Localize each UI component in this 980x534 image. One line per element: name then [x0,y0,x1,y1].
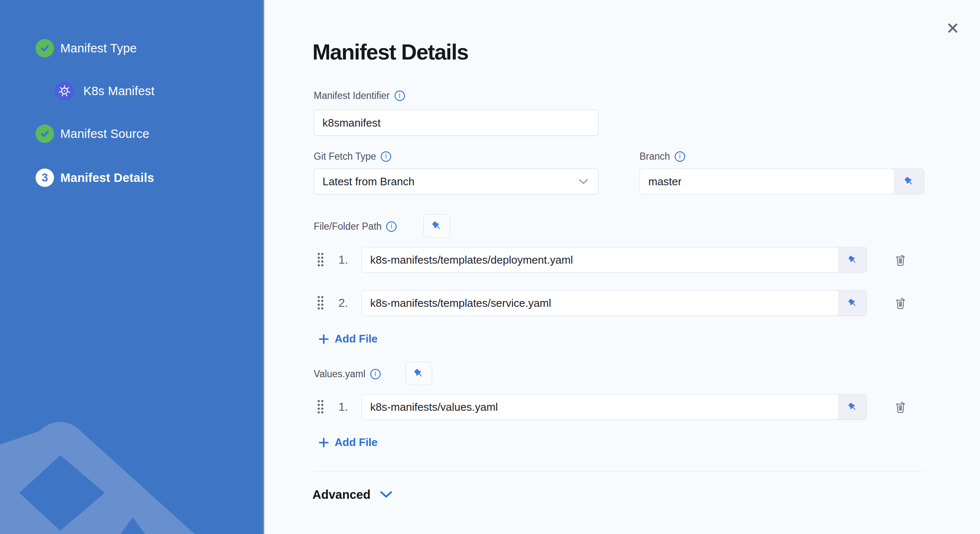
wizard-sidebar: Manifest Type [0,0,263,534]
section-divider [314,471,924,472]
values-row-1: 1. [311,394,918,420]
path-input-2[interactable] [362,290,839,316]
pin-icon [847,254,859,266]
branch-input[interactable] [640,169,895,194]
pin-toggle[interactable] [895,169,924,194]
drag-handle-icon[interactable] [317,295,325,311]
pin-icon [847,401,859,413]
branch-label: Branch i [640,150,685,163]
path-row-2: 2. [311,290,918,316]
step-complete-icon [36,39,54,57]
pin-icon [431,220,443,232]
trash-icon [895,254,906,266]
step-label: Manifest Details [60,171,154,185]
drag-handle-icon[interactable] [317,399,325,415]
plus-icon [318,334,329,345]
info-icon[interactable]: i [395,91,405,101]
chevron-down-icon [380,491,392,498]
git-fetch-type-select[interactable]: Latest from Branch [314,168,598,194]
drag-handle-icon[interactable] [317,251,325,268]
values-yaml-label: Values.yaml i [314,367,381,381]
pin-icon [847,297,859,309]
row-index: 1. [338,400,355,414]
path-row-1: 1. [311,247,918,273]
step-complete-icon [36,124,54,143]
close-button[interactable] [941,16,965,40]
path-field [361,290,867,316]
sidebar-step-manifest-source[interactable]: Manifest Source [36,124,150,143]
pin-icon [903,175,916,188]
row-index: 2. [338,296,355,310]
manifest-details-dialog: Manifest Type [0,0,980,534]
pin-toggle[interactable] [839,394,867,420]
info-icon[interactable]: i [370,369,381,379]
file-folder-path-label: File/Folder Path i [314,220,397,233]
sidebar-substep-k8s-manifest[interactable]: K8s Manifest [54,81,155,101]
kubernetes-icon [54,81,75,101]
delete-row-button[interactable] [889,395,912,419]
trash-icon [895,401,906,413]
plus-icon [318,437,329,448]
add-file-button-values[interactable]: Add File [318,436,378,449]
panel-divider [263,0,264,534]
select-value: Latest from Branch [322,175,415,188]
identifier-label: Manifest Identifier i [314,89,405,102]
step-label: Manifest Type [60,41,137,55]
close-icon [946,22,959,34]
step-label: Manifest Source [60,127,150,141]
add-file-button-paths[interactable]: Add File [318,332,378,345]
sidebar-step-manifest-details[interactable]: 3 Manifest Details [36,168,154,187]
git-fetch-type-label: Git Fetch Type i [314,150,391,163]
trash-icon [895,297,906,309]
manifest-identifier-input[interactable] [314,110,598,136]
pin-all-values-button[interactable] [405,362,432,385]
substep-label: K8s Manifest [83,84,155,98]
advanced-label: Advanced [312,488,371,502]
pin-all-paths-button[interactable] [423,214,450,238]
delete-row-button[interactable] [889,248,912,272]
info-icon[interactable]: i [386,221,397,232]
info-icon[interactable]: i [381,151,391,162]
values-field [361,394,867,420]
branch-field [640,168,924,194]
path-field [361,247,867,273]
step-number-badge: 3 [36,168,54,187]
pin-toggle[interactable] [839,290,867,316]
sidebar-step-manifest-type[interactable]: Manifest Type [36,39,137,57]
advanced-toggle[interactable]: Advanced [312,485,392,504]
chevron-down-icon [579,179,588,184]
path-input-1[interactable] [362,247,839,272]
harness-logo-watermark [0,398,263,534]
pin-icon [413,367,425,380]
page-title: Manifest Details [312,39,468,65]
pin-toggle[interactable] [839,247,867,272]
delete-row-button[interactable] [889,291,912,315]
row-index: 1. [338,253,355,267]
info-icon[interactable]: i [675,151,685,162]
values-input-1[interactable] [362,394,839,420]
